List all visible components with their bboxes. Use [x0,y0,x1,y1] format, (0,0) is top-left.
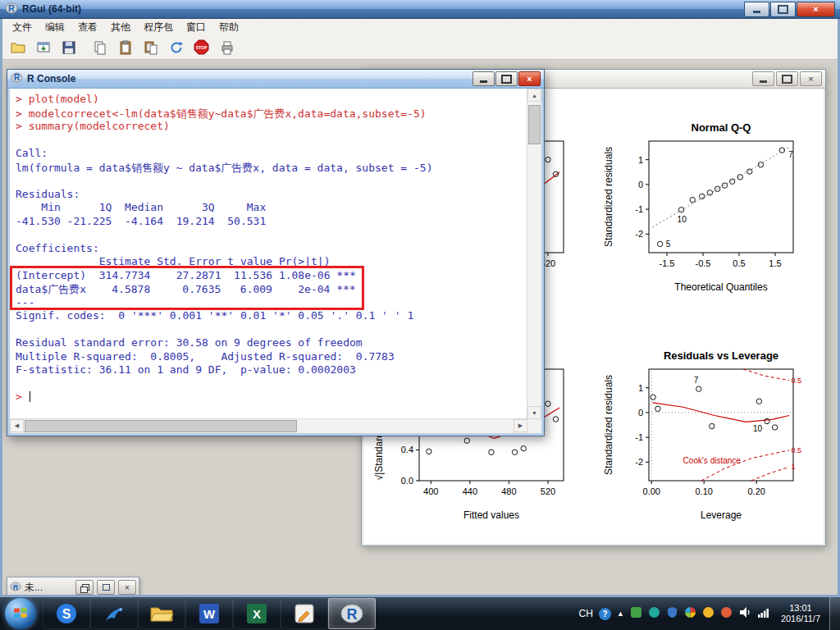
tray-icon-pinwheel[interactable] [684,606,696,622]
hidden-icons-chevron[interactable]: ▲ [617,609,624,618]
taskbar-app-browser[interactable]: S [43,598,90,629]
r-console-window[interactable]: R R Console × > plot(model)> modelcorrec… [7,69,545,436]
menu-item-view[interactable]: 查看 [71,19,104,36]
tray-icon-antivirus[interactable] [720,606,733,622]
horizontal-scrollbar[interactable]: ◀ ▶ [10,418,527,433]
console-line: data$广告费x 4.5878 0.7635 6.009 2e-04 *** [16,282,527,296]
clock-date: 2016/11/7 [781,614,820,624]
svg-text:Standardized residuals: Standardized residuals [603,147,614,247]
close-button[interactable]: × [118,580,136,595]
console-line: Coefficients: [16,242,527,256]
close-button[interactable]: × [797,2,835,17]
console-client: > plot(model)> modelcorrecet<-lm(data$销售… [10,89,541,433]
language-indicator[interactable]: CH [579,608,593,619]
toolbar: STOP [2,35,838,60]
scroll-up-button[interactable]: ▲ [527,89,541,102]
start-button[interactable] [5,598,36,629]
tray-icon-security[interactable] [630,606,642,622]
copy-button[interactable] [88,36,112,58]
r-logo-icon: R [10,580,21,595]
svg-text:0.00: 0.00 [642,486,660,496]
menu-bar: 文件 编辑 查看 其他 程序包 窗口 帮助 [2,19,838,35]
excel-icon: X [245,602,268,625]
refresh-button[interactable] [164,36,188,58]
bird-icon [103,602,126,625]
console-close-button[interactable]: × [518,71,541,86]
tray-icon-messenger[interactable] [648,606,660,622]
pencil-app-icon [293,602,316,625]
help-tray-icon[interactable]: ? [599,608,611,620]
save-icon [61,39,77,56]
show-desktop-button[interactable] [829,597,840,630]
scroll-right-button[interactable]: ▶ [514,419,527,432]
svg-text:W: W [203,607,216,621]
svg-text:Cook's distance: Cook's distance [683,456,742,465]
plot-residuals-leverage: Residuals vs Leverage0.000.100.20-2-101L… [593,317,823,544]
menu-item-file[interactable]: 文件 [6,19,39,36]
tray-icon-shield[interactable] [666,606,678,622]
svg-text:S: S [62,607,71,621]
svg-text:Normal Q-Q: Normal Q-Q [692,121,751,134]
network-icon[interactable] [757,606,770,622]
console-line: F-statistic: 36.11 on 1 and 9 DF, p-valu… [16,363,527,377]
copy-paste-button[interactable] [139,36,162,58]
stop-button[interactable]: STOP [189,36,213,58]
scroll-left-button[interactable]: ◀ [10,419,24,432]
r-logo-icon: R [340,602,364,625]
save-workspace-button[interactable] [57,36,80,58]
graphics-maximize-button[interactable] [776,71,798,86]
word-icon: W [198,602,221,625]
minimized-editor-window[interactable]: R 未... × [7,577,139,595]
system-tray: CH ? ▲ 13:01 2016/11/7 [579,597,840,630]
maximize-icon [103,584,110,591]
console-line: Estimate Std. Error t value Pr(>|t|) [16,255,527,269]
r-logo-icon: R [5,2,18,17]
console-line: (Intercept) 314.7734 27.2871 11.536 1.08… [16,269,527,283]
svg-text:1.5: 1.5 [769,258,781,268]
menu-item-windows[interactable]: 窗口 [180,19,212,36]
menu-item-edit[interactable]: 编辑 [39,19,71,36]
menu-item-packages[interactable]: 程序包 [137,19,180,36]
tray-icon-update[interactable] [702,606,714,622]
console-maximize-button[interactable] [495,71,518,86]
console-line: Multiple R-squared: 0.8005, Adjusted R-s… [16,350,527,364]
maximize-button[interactable] [770,2,796,17]
console-title-bar[interactable]: R R Console × [7,70,544,89]
print-button[interactable] [215,36,239,58]
maximize-icon [501,75,512,84]
taskbar-apps: S W X R [43,597,376,630]
open-script-button[interactable] [6,36,30,58]
minimize-icon [760,80,767,83]
clock[interactable]: 13:01 2016/11/7 [781,603,820,624]
taskbar-app-word[interactable]: W [185,598,233,629]
text-cursor [30,391,30,402]
scroll-down-button[interactable]: ▼ [527,406,541,419]
menu-item-misc[interactable]: 其他 [104,19,137,36]
main-title-bar[interactable]: R RGui (64-bit) × [0,0,840,19]
paste-button[interactable] [113,36,137,58]
console-minimize-button[interactable] [472,71,495,86]
minimize-button[interactable] [744,2,769,17]
taskbar-app-editor[interactable] [281,598,328,629]
taskbar-app-excel[interactable]: X [233,598,281,629]
graphics-close-button[interactable]: × [800,71,822,86]
console-output-area[interactable]: > plot(model)> modelcorrecet<-lm(data$销售… [10,89,527,419]
console-line: Call: [16,147,527,161]
mdi-area: × Residuals vs Fitted400440480520-40-200… [2,60,838,595]
restore-button[interactable] [75,580,94,595]
volume-icon[interactable] [738,606,751,622]
load-workspace-button[interactable] [31,36,55,58]
menu-item-help[interactable]: 帮助 [212,19,245,36]
maximize-button[interactable] [97,580,115,595]
taskbar-app-explorer[interactable] [138,598,185,629]
taskbar: S W X R CH ? ▲ [0,597,840,630]
vertical-scrollbar-thumb[interactable] [528,105,541,144]
svg-text:0.20: 0.20 [747,486,765,496]
taskbar-app-messenger[interactable] [90,598,138,629]
horizontal-scrollbar-thumb[interactable] [25,420,297,432]
graphics-minimize-button[interactable] [752,71,774,86]
refresh-icon [168,39,185,56]
svg-text:R: R [8,3,15,13]
taskbar-app-r[interactable]: R [328,598,376,629]
vertical-scrollbar[interactable]: ▲ ▼ [527,89,541,419]
